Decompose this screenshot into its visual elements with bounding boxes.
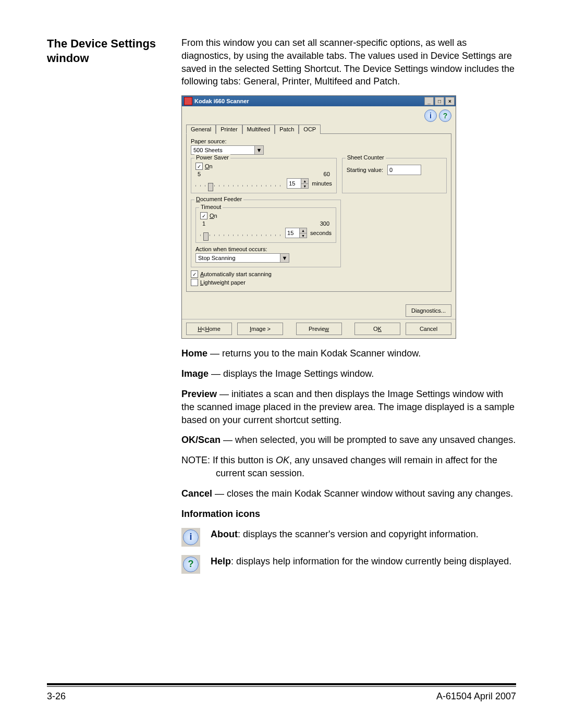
def-preview: Preview — initiates a scan and then disp… [181,388,516,426]
window-title: Kodak i660 Scanner [194,98,249,104]
about-row: i About: displays the scanner's version … [181,528,516,547]
power-saver-value: 15 [287,179,301,188]
to-max: 300 [320,220,329,227]
tab-patch[interactable]: Patch [275,125,299,134]
sheet-counter-group: Sheet Counter Starting value: 0 [342,158,447,193]
power-saver-legend: Power Saver [194,154,230,161]
image-button[interactable]: Image > [237,323,283,335]
timeout-on-checkbox[interactable]: ✓ [200,212,207,219]
action-label: Action when timeout occurs: [195,246,336,252]
intro-paragraph: From this window you can set all scanner… [181,36,516,88]
doc-feeder-legend: Document Feeder [194,196,243,202]
power-saver-slider[interactable] [195,179,284,188]
app-icon [184,97,192,105]
power-saver-group: Power Saver ✓ On 5 60 [191,158,337,193]
cancel-button[interactable]: Cancel [406,323,451,335]
help-icon[interactable]: ? [439,109,451,122]
def-ok: OK/Scan — when selected, you will be pro… [181,434,516,447]
diagnostics-button[interactable]: Diagnostics... [406,304,451,317]
minimize-button[interactable]: _ [424,97,434,105]
sheet-counter-legend: Sheet Counter [346,154,386,161]
doc-id: A-61504 April 2007 [436,691,516,702]
power-saver-on-label: On [205,163,213,169]
help-row: ? Help: displays help information for th… [181,555,516,574]
maximize-button[interactable]: □ [435,97,444,105]
device-settings-screenshot: Kodak i660 Scanner _ □ × i ? General Pri… [181,95,456,339]
tab-body: Paper source: 500 Sheets ▼ Power Saver ✓… [186,133,451,292]
action-value: Stop Scanning [198,255,236,261]
tab-printer[interactable]: Printer [216,125,242,134]
def-cancel: Cancel — closes the main Kodak Scanner w… [181,487,516,500]
page-number: 3-26 [47,691,66,702]
section-title: The Device Settings window [47,36,167,65]
to-min: 1 [202,220,205,227]
about-icon[interactable]: i [424,109,437,122]
timeout-slider[interactable] [200,228,282,238]
lightweight-label: Lightweight paper [200,279,246,286]
chevron-down-icon: ▼ [254,146,263,154]
ps-unit: minutes [312,180,332,187]
close-button[interactable]: × [445,97,455,105]
def-image: Image — displays the Image Settings wind… [181,367,516,380]
paper-source-value: 500 Sheets [193,147,223,153]
paper-source-dropdown[interactable]: 500 Sheets ▼ [191,145,264,155]
to-unit: seconds [310,230,332,236]
power-saver-spinner[interactable]: 15 ▲▼ [287,178,309,189]
about-icon-large: i [183,529,199,545]
timeout-on-label: On [210,213,217,219]
preview-button[interactable]: Preview [296,323,342,335]
titlebar: Kodak i660 Scanner _ □ × [182,96,456,106]
chevron-down-icon: ▼ [280,254,289,262]
tab-general[interactable]: General [186,125,216,134]
timeout-group: Timeout ✓ On 1 300 [195,207,336,243]
def-home: Home — returns you to the main Kodak Sca… [181,347,516,360]
document-feeder-group: Document Feeder Timeout ✓ On 1 300 [191,200,341,267]
home-button[interactable]: H< Home< Home [186,323,232,335]
tab-strip: General Printer Multifeed Patch OCP [182,123,456,133]
timeout-legend: Timeout [199,204,223,210]
ps-max: 60 [324,171,330,177]
note: NOTE: If this button is OK, any unsaved … [181,454,516,480]
tab-ocp[interactable]: OCP [299,125,321,134]
ps-min: 5 [198,171,201,177]
auto-start-checkbox[interactable]: ✓ [191,270,198,278]
help-icon-large: ? [183,557,199,572]
info-icons-heading: Information icons [181,508,516,521]
auto-start-label: Automatically start scanning [200,271,272,277]
timeout-spinner[interactable]: 15 ▲▼ [285,228,307,238]
tab-multifeed[interactable]: Multifeed [242,125,275,134]
starting-value-input[interactable]: 0 [387,165,421,175]
paper-source-label: Paper source: [191,138,447,144]
power-saver-on-checkbox[interactable]: ✓ [195,163,203,170]
timeout-value: 15 [286,228,299,238]
ok-button[interactable]: OK [354,323,400,335]
page-footer: 3-26 A-61504 April 2007 [47,683,516,702]
starting-value-label: Starting value: [347,167,383,173]
lightweight-checkbox[interactable] [191,279,198,286]
action-dropdown[interactable]: Stop Scanning ▼ [195,253,289,263]
